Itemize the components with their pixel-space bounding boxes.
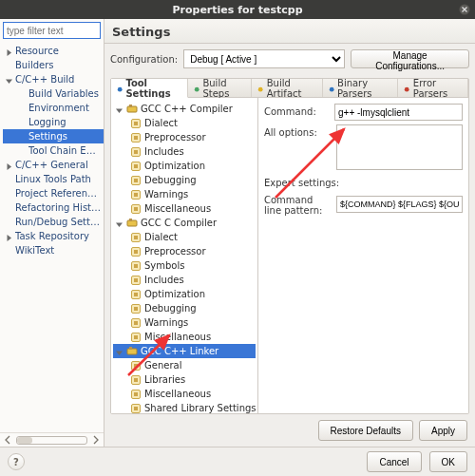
filter-input[interactable]	[3, 22, 101, 39]
tool-option-node[interactable]: General	[113, 358, 256, 372]
nav-item[interactable]: Settings	[3, 129, 104, 143]
tool-option-node[interactable]: Optimization	[113, 287, 256, 301]
tool-option-node[interactable]: Miscellaneous	[113, 201, 256, 216]
twisty-icon[interactable]	[115, 105, 124, 113]
tool-option-node[interactable]: Dialect	[113, 230, 256, 244]
category-tree[interactable]: ResourceBuildersC/C++ BuildBuild Variabl…	[0, 42, 104, 432]
svg-rect-33	[134, 293, 138, 296]
tool-option-node[interactable]: Debugging	[113, 301, 256, 315]
tool-option-node[interactable]: Includes	[113, 144, 256, 159]
nav-item[interactable]: Logging	[3, 115, 104, 129]
twisty-icon[interactable]	[18, 104, 27, 112]
settings-tab[interactable]: Build Steps	[188, 79, 252, 97]
configuration-select[interactable]: Debug [ Active ]	[183, 49, 345, 68]
twisty-icon[interactable]	[5, 75, 13, 84]
twisty-icon[interactable]	[5, 203, 13, 212]
expert-settings-label: Expert settings:	[264, 178, 463, 188]
twisty-icon[interactable]	[18, 118, 27, 126]
cancel-button[interactable]: Cancel	[367, 451, 421, 472]
twisty-icon[interactable]	[5, 161, 13, 169]
titlebar: Properties for testcpp	[0, 0, 475, 19]
apply-button[interactable]: Apply	[419, 420, 467, 441]
tool-option-node[interactable]: Dialect	[113, 116, 256, 130]
nav-item-label: Tool Chain Editor	[28, 143, 102, 158]
tool-option-node[interactable]: Shared Library Settings	[113, 401, 256, 413]
option-icon	[130, 403, 142, 414]
settings-tab[interactable]: Error Parsers	[398, 79, 468, 97]
svg-point-2	[195, 87, 200, 92]
nav-scrollbar[interactable]	[0, 432, 104, 447]
nav-item[interactable]: C/C++ Build	[3, 72, 104, 86]
nav-item[interactable]: Linux Tools Path	[3, 172, 104, 186]
tree-node-label: Includes	[144, 144, 184, 159]
nav-item[interactable]: WikiText	[3, 243, 104, 257]
tool-option-node[interactable]: Includes	[113, 273, 256, 287]
all-options-textarea[interactable]	[336, 124, 463, 170]
twisty-icon[interactable]	[18, 146, 27, 155]
tool-option-node[interactable]: Preprocessor	[113, 130, 256, 144]
settings-tab[interactable]: Binary Parsers	[323, 79, 399, 97]
tool-option-node[interactable]: Preprocessor	[113, 244, 256, 258]
twisty-icon[interactable]	[115, 219, 124, 227]
option-icon	[130, 275, 142, 286]
nav-item[interactable]: Refactoring History	[3, 200, 104, 215]
pattern-input[interactable]	[336, 196, 463, 213]
twisty-icon[interactable]	[5, 175, 13, 183]
tool-panel: Command: All options: Expert settings: C…	[258, 98, 468, 413]
tab-label: Tool Settings	[125, 78, 181, 99]
twisty-icon[interactable]	[18, 132, 27, 141]
nav-item[interactable]: Environment	[3, 101, 104, 115]
tool-option-node[interactable]: Warnings	[113, 315, 256, 330]
twisty-icon[interactable]	[5, 61, 13, 69]
nav-item[interactable]: Project References	[3, 186, 104, 200]
nav-item[interactable]: C/C++ General	[3, 158, 104, 172]
close-icon[interactable]	[459, 4, 470, 15]
twisty-icon[interactable]	[5, 232, 13, 240]
svg-rect-41	[129, 347, 132, 350]
tool-node[interactable]: GCC C Compiler	[113, 216, 256, 230]
nav-item-label: Settings	[28, 129, 67, 143]
twisty-icon[interactable]	[5, 246, 13, 255]
option-icon	[130, 317, 142, 329]
settings-tab[interactable]: Build Artifact	[252, 79, 322, 97]
tool-option-node[interactable]: Optimization	[113, 159, 256, 173]
option-icon	[130, 374, 142, 386]
settings-tab[interactable]: Tool Settings	[111, 79, 188, 98]
svg-rect-45	[134, 378, 138, 382]
tool-option-node[interactable]: Symbols	[113, 258, 256, 273]
scroll-right-icon[interactable]	[91, 435, 101, 445]
tool-option-node[interactable]: Miscellaneous	[113, 387, 256, 401]
tool-node[interactable]: GCC C++ Compiler	[113, 102, 256, 116]
tab-dot-icon	[117, 85, 123, 92]
twisty-icon[interactable]	[5, 218, 13, 226]
restore-defaults-button[interactable]: Restore Defaults	[318, 420, 413, 441]
twisty-icon[interactable]	[115, 347, 124, 355]
manage-configurations-button[interactable]: Manage Configurations...	[351, 49, 469, 68]
help-icon[interactable]: ?	[8, 453, 25, 470]
twisty-icon[interactable]	[18, 89, 27, 98]
nav-item-label: C/C++ Build	[15, 72, 74, 86]
twisty-icon[interactable]	[5, 189, 13, 198]
option-icon	[130, 260, 142, 272]
svg-rect-39	[134, 335, 138, 339]
scrollbar-track[interactable]	[16, 436, 87, 445]
command-input[interactable]	[334, 104, 463, 121]
nav-item[interactable]: Builders	[3, 58, 104, 72]
nav-item[interactable]: Task Repository	[3, 229, 104, 243]
nav-item[interactable]: Resource	[3, 44, 104, 58]
tool-tree[interactable]: GCC C++ CompilerDialectPreprocessorInclu…	[111, 98, 258, 413]
tool-option-node[interactable]: Debugging	[113, 173, 256, 187]
ok-button[interactable]: OK	[429, 451, 467, 472]
tree-node-label: Libraries	[144, 372, 185, 387]
page-title: Settings	[104, 19, 475, 44]
tool-option-node[interactable]: Miscellaneous	[113, 330, 256, 344]
nav-item[interactable]: Tool Chain Editor	[3, 143, 104, 158]
tool-option-node[interactable]: Libraries	[113, 372, 256, 387]
scroll-left-icon[interactable]	[3, 435, 12, 445]
twisty-icon[interactable]	[5, 47, 13, 55]
tool-option-node[interactable]: Warnings	[113, 187, 256, 201]
tool-node[interactable]: GCC C++ Linker	[113, 344, 256, 358]
nav-item[interactable]: Run/Debug Settings	[3, 215, 104, 229]
scrollbar-thumb[interactable]	[17, 437, 32, 444]
nav-item[interactable]: Build Variables	[3, 86, 104, 101]
